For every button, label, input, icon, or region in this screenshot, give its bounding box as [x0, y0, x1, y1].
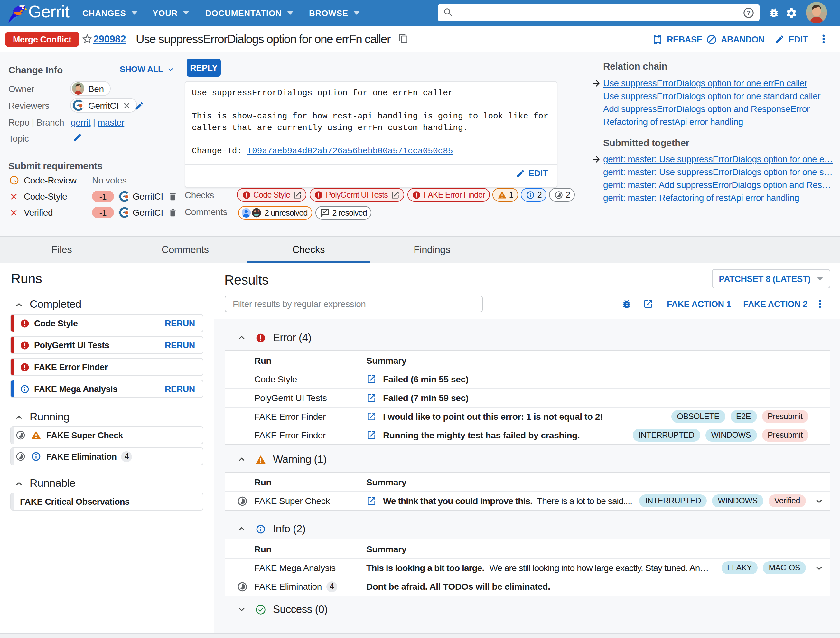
- svg-text:?: ?: [747, 9, 750, 16]
